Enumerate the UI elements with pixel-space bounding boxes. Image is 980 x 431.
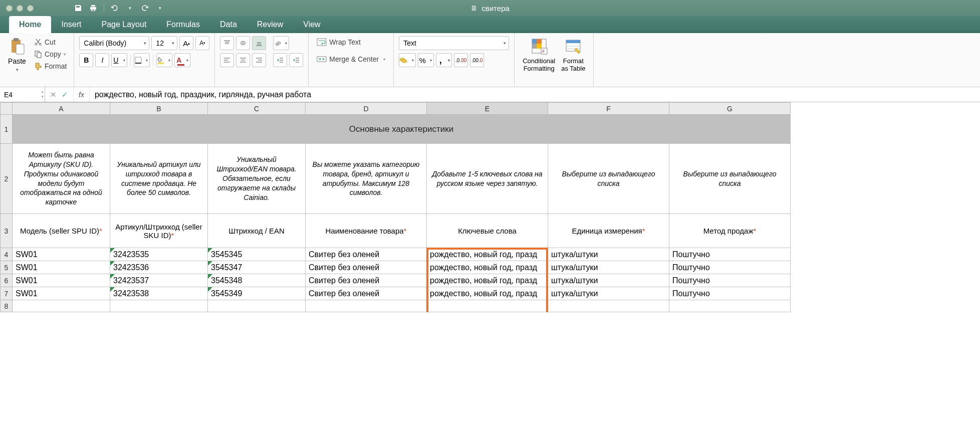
cell-f5[interactable]: штука/штуки [548,261,669,274]
tab-home[interactable]: Home [9,16,51,33]
align-top-button[interactable] [220,36,234,50]
minimize-window-button[interactable] [17,5,23,12]
cell-f2[interactable]: Выберите из выпадающего списка [548,144,669,214]
cell-e4[interactable]: рождество, новый год, празд [427,248,548,261]
cell-a3[interactable]: Модель (seller SPU ID)* [13,214,110,248]
border-button[interactable] [134,53,150,67]
name-box-down[interactable]: ▾ [42,95,44,100]
decrease-indent-button[interactable] [273,53,287,67]
cell-e7[interactable]: рождество, новый год, празд [427,287,548,300]
cell-d5[interactable]: Свитер без оленей [306,261,427,274]
cell-c6[interactable]: 3545348 [208,274,306,287]
align-right-button[interactable] [252,53,266,67]
number-format-select[interactable]: Text [399,36,509,50]
fill-color-button[interactable] [156,53,172,67]
align-bottom-button[interactable] [252,36,266,50]
font-color-button[interactable]: A [174,53,190,67]
cell-f3[interactable]: Единица измерения* [548,214,669,248]
cell-c7[interactable]: 3545349 [208,287,306,300]
cell-g6[interactable]: Поштучно [669,274,791,287]
name-box[interactable]: E4 ▴ ▾ [0,87,45,102]
print-icon[interactable] [89,4,98,13]
percent-button[interactable]: % [418,53,434,67]
currency-button[interactable] [399,53,416,67]
cell-g2[interactable]: Выберите из выпадающего списка [669,144,791,214]
cell-d2[interactable]: Вы можете указать категорию товара, брен… [306,144,427,214]
decrease-font-button[interactable]: A▾ [195,36,209,50]
cell-c3[interactable]: Штрихкод / EAN [208,214,306,248]
close-window-button[interactable] [6,5,13,12]
cell-f6[interactable]: штука/штуки [548,274,669,287]
col-header-b[interactable]: B [110,103,208,115]
format-as-table-button[interactable]: Format as Table [558,36,588,85]
redo-icon[interactable] [140,4,149,13]
row-header-2[interactable]: 2 [1,144,13,214]
cell-g4[interactable]: Поштучно [669,248,791,261]
decrease-decimal-button[interactable]: .00.0 [470,53,484,67]
save-icon[interactable] [74,4,83,13]
undo-dropdown-icon[interactable]: ▾ [125,4,134,13]
cell-d7[interactable]: Свитер без оленей [306,287,427,300]
paste-button[interactable]: Paste ▾ [5,36,29,73]
maximize-window-button[interactable] [27,5,34,12]
tab-view[interactable]: View [293,16,330,33]
cut-button[interactable]: Cut [32,37,69,47]
format-painter-button[interactable]: Format [32,61,69,71]
cell-e2[interactable]: Добавьте 1-5 ключевых слова на русском я… [427,144,548,214]
row-header-7[interactable]: 7 [1,287,13,300]
align-left-button[interactable] [220,53,234,67]
cell-g7[interactable]: Поштучно [669,287,791,300]
cell-a8[interactable] [13,300,110,312]
row-header-3[interactable]: 3 [1,214,13,248]
col-header-c[interactable]: C [208,103,306,115]
cell-e3[interactable]: Ключевые слова [427,214,548,248]
underline-button[interactable]: U [111,53,127,67]
name-box-up[interactable]: ▴ [42,90,44,95]
accept-formula-button[interactable]: ✓ [62,90,68,99]
cell-g8[interactable] [669,300,791,312]
cell-g3[interactable]: Метод продаж* [669,214,791,248]
comma-button[interactable]: , [436,53,452,67]
bold-button[interactable]: B [79,53,93,67]
align-middle-button[interactable] [236,36,250,50]
redo-dropdown-icon[interactable]: ▾ [155,4,164,13]
cell-b5[interactable]: 32423536 [110,261,208,274]
tab-page-layout[interactable]: Page Layout [91,16,156,33]
cell-f7[interactable]: штука/штуки [548,287,669,300]
cell-b8[interactable] [110,300,208,312]
cell-g5[interactable]: Поштучно [669,261,791,274]
cell-b3[interactable]: Артикул/Штрихкод (seller SKU ID)* [110,214,208,248]
italic-button[interactable]: I [95,53,109,67]
cell-c4[interactable]: 3545345 [208,248,306,261]
col-header-g[interactable]: G [669,103,791,115]
col-header-f[interactable]: F [548,103,669,115]
cell-b6[interactable]: 32423537 [110,274,208,287]
cell-a6[interactable]: SW01 [13,274,110,287]
cell-d3[interactable]: Наименование товара* [306,214,427,248]
increase-decimal-button[interactable]: .0.00 [454,53,468,67]
cell-d4[interactable]: Свитер без оленей [306,248,427,261]
cell-b7[interactable]: 32423538 [110,287,208,300]
row-header-5[interactable]: 5 [1,261,13,274]
cell-f4[interactable]: штука/штуки [548,248,669,261]
formula-input[interactable]: рождество, новый год, праздник, гирлянда… [90,90,980,99]
col-header-e[interactable]: E [427,103,548,115]
cell-d8[interactable] [306,300,427,312]
increase-indent-button[interactable] [289,53,303,67]
row-header-1[interactable]: 1 [1,115,13,144]
cell-a4[interactable]: SW01 [13,248,110,261]
row-header-8[interactable]: 8 [1,300,13,312]
cell-b2[interactable]: Уникальный артикул или штрихкод товара в… [110,144,208,214]
cell-f8[interactable] [548,300,669,312]
cell-e8[interactable] [427,300,548,312]
row-header-6[interactable]: 6 [1,274,13,287]
merged-title-cell[interactable]: Основные характеристики [13,115,791,144]
cancel-formula-button[interactable]: ✕ [50,90,57,99]
align-center-button[interactable] [236,53,250,67]
increase-font-button[interactable]: A▴ [179,36,193,50]
tab-data[interactable]: Data [210,16,247,33]
select-all-corner[interactable] [1,103,13,115]
cell-a5[interactable]: SW01 [13,261,110,274]
wrap-text-button[interactable]: Wrap Text [314,36,388,48]
col-header-a[interactable]: A [13,103,110,115]
